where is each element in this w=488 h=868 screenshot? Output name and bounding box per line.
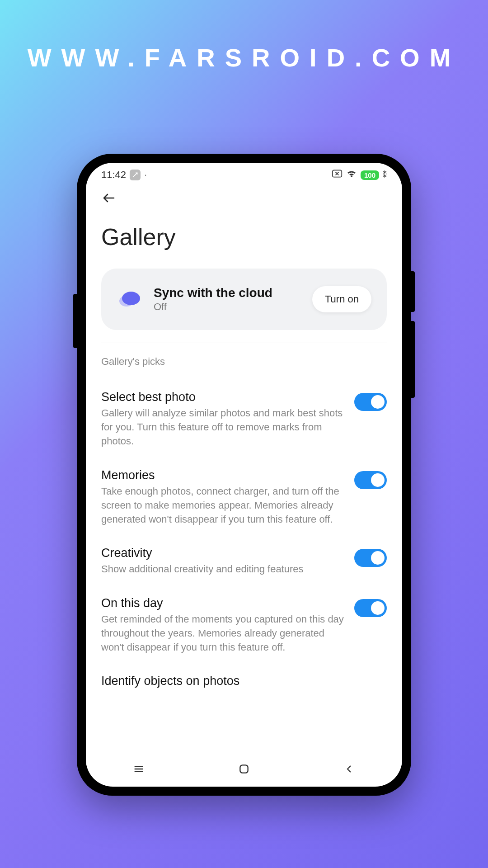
turn-on-button[interactable]: Turn on bbox=[312, 286, 371, 312]
section-label-gallery-picks: Gallery's picks bbox=[101, 356, 387, 368]
setting-memories[interactable]: Memories Take enough photos, connect cha… bbox=[101, 458, 387, 537]
rotate-lock-icon bbox=[332, 169, 343, 181]
arrow-left-icon bbox=[101, 192, 117, 204]
status-bar: 11:42 · 100 ⁑ bbox=[86, 163, 402, 187]
setting-title: Select best photo bbox=[101, 390, 345, 404]
phone-device-frame: 11:42 · 100 ⁑ bbox=[77, 154, 411, 796]
wifi-icon bbox=[346, 169, 357, 181]
svg-rect-3 bbox=[240, 765, 248, 773]
status-notification-icon bbox=[130, 170, 141, 180]
status-time: 11:42 bbox=[101, 169, 126, 181]
sync-title: Sync with the cloud bbox=[154, 286, 300, 300]
nav-home-button[interactable] bbox=[217, 763, 271, 775]
toggle-switch[interactable] bbox=[354, 393, 387, 411]
sync-status: Off bbox=[154, 301, 300, 313]
page-title: Gallery bbox=[101, 223, 387, 250]
setting-desc: Take enough photos, connect charger, and… bbox=[101, 484, 345, 527]
sync-text: Sync with the cloud Off bbox=[154, 286, 300, 313]
setting-title: Creativity bbox=[101, 546, 345, 560]
phone-side-button bbox=[411, 321, 415, 398]
setting-creativity[interactable]: Creativity Show additional creativity an… bbox=[101, 536, 387, 586]
toggle-switch[interactable] bbox=[354, 549, 387, 567]
nav-recents-button[interactable] bbox=[112, 763, 166, 775]
setting-on-this-day[interactable]: On this day Get reminded of the moments … bbox=[101, 586, 387, 665]
status-dot: · bbox=[144, 169, 147, 181]
bluetooth-icon: ⁑ bbox=[383, 170, 387, 180]
chevron-left-icon bbox=[344, 764, 355, 774]
setting-desc: Gallery will analyze similar photos and … bbox=[101, 406, 345, 448]
brand-watermark: WWW.FARSROID.COM bbox=[0, 43, 488, 72]
setting-select-best-photo[interactable]: Select best photo Gallery will analyze s… bbox=[101, 380, 387, 458]
sync-cloud-card[interactable]: Sync with the cloud Off Turn on bbox=[101, 269, 387, 330]
phone-side-button bbox=[73, 294, 77, 348]
battery-indicator: 100 bbox=[361, 170, 379, 180]
status-right: 100 ⁑ bbox=[332, 169, 387, 181]
toggle-switch[interactable] bbox=[354, 599, 387, 617]
setting-title: On this day bbox=[101, 596, 345, 610]
nav-back-button[interactable] bbox=[322, 764, 376, 774]
phone-side-button bbox=[411, 271, 415, 312]
setting-title: Identify objects on photos bbox=[101, 674, 387, 688]
svg-point-2 bbox=[122, 292, 140, 305]
setting-desc: Get reminded of the moments you captured… bbox=[101, 612, 345, 655]
setting-identify-objects[interactable]: Identify objects on photos bbox=[101, 664, 387, 690]
back-button[interactable] bbox=[101, 187, 387, 212]
menu-icon bbox=[132, 763, 145, 775]
square-icon bbox=[238, 763, 250, 775]
status-left: 11:42 · bbox=[101, 169, 147, 181]
phone-screen: 11:42 · 100 ⁑ bbox=[86, 163, 402, 787]
cloud-icon bbox=[117, 289, 142, 309]
setting-title: Memories bbox=[101, 468, 345, 482]
android-nav-bar bbox=[86, 751, 402, 787]
settings-scroll-area[interactable]: Gallery Sync with the cloud Off Turn on … bbox=[86, 187, 402, 751]
setting-desc: Show additional creativity and editing f… bbox=[101, 562, 345, 576]
toggle-switch[interactable] bbox=[354, 471, 387, 489]
divider bbox=[101, 343, 387, 343]
